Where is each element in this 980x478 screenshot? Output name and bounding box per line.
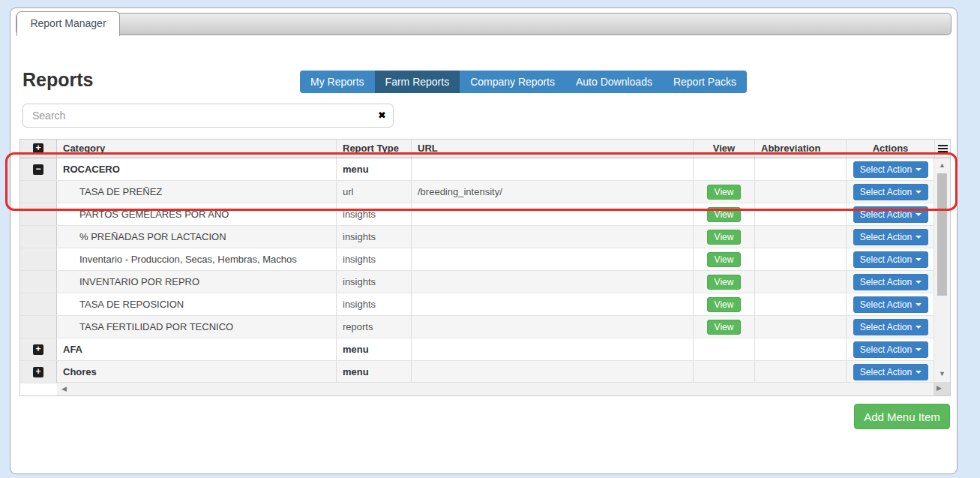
report-type-cell: insights	[337, 293, 412, 315]
action-button-label: Select Action	[860, 322, 912, 332]
view-button-label: View	[715, 322, 734, 332]
table-row: TASA FERTILIDAD POR TECNICO reports View…	[20, 316, 950, 338]
header-report-type: Report Type	[337, 140, 412, 158]
url-cell	[412, 361, 694, 383]
category-cell: % PREÑADAS POR LACTACION	[57, 226, 337, 248]
tab-farm-reports[interactable]: Farm Reports	[375, 71, 460, 93]
view-button-label: View	[715, 209, 734, 220]
view-button-label: View	[715, 254, 734, 265]
view-button-label: View	[715, 187, 734, 197]
window-tab-report-manager[interactable]: Report Manager	[16, 11, 120, 36]
view-cell: View	[694, 293, 755, 315]
select-action-button[interactable]: Select Action	[853, 296, 928, 313]
add-menu-item-button[interactable]: Add Menu Item	[854, 404, 950, 429]
view-cell	[694, 158, 755, 180]
window-tab-strip	[16, 13, 952, 35]
scroll-right-icon[interactable]: ▶	[937, 385, 942, 392]
action-button-label: Select Action	[860, 344, 912, 355]
chevron-down-icon	[916, 303, 922, 306]
clear-search-icon[interactable]: ✖	[378, 109, 386, 122]
abbreviation-cell	[755, 203, 847, 225]
url-cell	[412, 271, 694, 293]
expand-cell	[20, 203, 57, 225]
vertical-scrollbar-thumb[interactable]	[937, 173, 947, 296]
table-menu-icon[interactable]	[938, 145, 948, 152]
view-button[interactable]: View	[707, 252, 742, 267]
expand-icon[interactable]: +	[33, 344, 43, 355]
url-cell	[412, 158, 694, 180]
abbreviation-cell	[755, 181, 847, 203]
collapse-icon[interactable]: −	[33, 164, 43, 175]
select-action-button[interactable]: Select Action	[853, 161, 928, 178]
view-button[interactable]: View	[707, 297, 742, 312]
chevron-down-icon	[916, 326, 922, 329]
category-cell: Chores	[57, 361, 337, 383]
chevron-down-icon	[916, 348, 922, 351]
abbreviation-cell	[755, 361, 847, 383]
category-cell: TASA DE PREÑEZ	[57, 181, 337, 203]
tab-company-reports[interactable]: Company Reports	[460, 71, 565, 93]
expand-all-header-cell: +	[20, 140, 57, 158]
view-button-label: View	[715, 277, 734, 287]
url-cell	[412, 248, 694, 270]
view-button[interactable]: View	[707, 230, 742, 245]
view-button[interactable]: View	[707, 207, 742, 222]
view-cell: View	[694, 226, 755, 248]
select-action-button[interactable]: Select Action	[853, 274, 928, 290]
chevron-down-icon	[916, 168, 922, 171]
vertical-scrollbar[interactable]: ▲ ▼	[934, 158, 950, 383]
actions-cell: Select Action	[847, 181, 935, 203]
table-header-row: + Category Report Type URL View Abbrevia…	[20, 140, 950, 158]
scroll-down-icon[interactable]: ▼	[939, 371, 946, 377]
category-cell: ROCACERO	[57, 158, 337, 180]
tab-auto-downloads[interactable]: Auto Downloads	[565, 71, 663, 93]
action-button-label: Select Action	[860, 299, 912, 310]
select-action-button[interactable]: Select Action	[853, 364, 928, 380]
header-view: View	[694, 140, 755, 158]
select-action-button[interactable]: Select Action	[853, 341, 928, 358]
expand-all-icon[interactable]: +	[33, 143, 43, 154]
category-cell: TASA FERTILIDAD POR TECNICO	[57, 316, 337, 338]
view-button[interactable]: View	[707, 185, 742, 200]
select-action-button[interactable]: Select Action	[853, 206, 928, 223]
abbreviation-cell	[755, 226, 847, 248]
horizontal-scrollbar[interactable]: ◀	[57, 382, 934, 395]
table-row: − ROCACERO menu Select Action	[20, 158, 950, 181]
select-action-button[interactable]: Select Action	[853, 251, 928, 268]
expand-cell	[20, 271, 57, 293]
expand-cell: −	[20, 158, 57, 180]
url-cell	[412, 293, 694, 315]
url-cell	[412, 203, 694, 225]
actions-cell: Select Action	[847, 203, 935, 225]
header-url: URL	[412, 140, 694, 158]
tab-my-reports[interactable]: My Reports	[300, 71, 375, 93]
view-button[interactable]: View	[707, 320, 742, 335]
table-row: INVENTARIO POR REPRO insights View Selec…	[20, 271, 950, 293]
chevron-down-icon	[916, 191, 922, 194]
select-action-button[interactable]: Select Action	[853, 319, 928, 335]
view-button[interactable]: View	[707, 275, 742, 290]
abbreviation-cell	[755, 338, 847, 360]
select-action-button[interactable]: Select Action	[853, 229, 928, 245]
actions-cell: Select Action	[847, 271, 935, 293]
search-input[interactable]	[22, 104, 394, 128]
report-type-cell: menu	[337, 361, 412, 383]
scroll-left-icon[interactable]: ◀	[61, 386, 67, 392]
report-type-cell: insights	[337, 248, 412, 270]
scroll-up-icon[interactable]: ▲	[939, 162, 946, 169]
select-action-button[interactable]: Select Action	[853, 184, 928, 200]
table-body: − ROCACERO menu Select Action TASA DE PR…	[20, 158, 950, 383]
url-cell: /breeding_intensity/	[412, 181, 694, 203]
chevron-down-icon	[916, 236, 922, 239]
abbreviation-cell	[755, 293, 847, 315]
expand-cell	[20, 226, 57, 248]
chevron-down-icon	[916, 258, 922, 261]
expand-cell	[20, 248, 57, 270]
actions-cell: Select Action	[847, 316, 935, 338]
tab-report-packs[interactable]: Report Packs	[663, 71, 747, 93]
table-row: TASA DE REPOSICION insights View Select …	[20, 293, 950, 316]
expand-icon[interactable]: +	[33, 367, 43, 377]
report-type-cell: menu	[337, 158, 412, 180]
table-row: + Chores menu Select Action	[20, 361, 950, 383]
abbreviation-cell	[755, 271, 847, 293]
